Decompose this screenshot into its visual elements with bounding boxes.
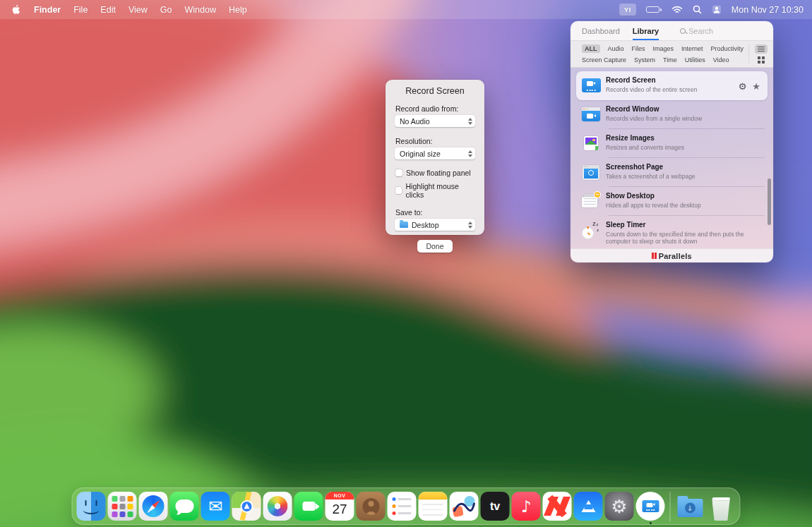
highlight-clicks-row: Highlight mouse clicks xyxy=(395,182,475,199)
desktop: Finder File Edit View Go Window Help YI xyxy=(0,0,812,527)
dock-notes-icon[interactable] xyxy=(419,492,448,521)
dock-freeform-icon[interactable] xyxy=(450,492,479,521)
dock-launchpad-icon[interactable] xyxy=(108,492,137,521)
category-productivity[interactable]: Productivity xyxy=(711,45,744,52)
tool-text: Sleep Timer Counts down to the specified… xyxy=(606,220,763,246)
person-silhouette xyxy=(362,498,379,515)
dock-photos-icon[interactable] xyxy=(263,492,292,521)
save-to-value: Desktop xyxy=(412,221,468,229)
category-time[interactable]: Time xyxy=(663,56,677,63)
dock-facetime-icon[interactable] xyxy=(294,492,323,521)
category-system[interactable]: System xyxy=(634,56,655,63)
dock-reminders-icon[interactable] xyxy=(388,492,417,521)
dock-calendar-icon[interactable]: NOV 27 xyxy=(326,492,354,521)
dock-divider xyxy=(670,492,671,521)
dock-mail-icon[interactable]: ✉ xyxy=(201,492,230,521)
audio-select-value: No Audio xyxy=(400,117,468,126)
finder-eye xyxy=(96,500,97,506)
grid-view-icon[interactable] xyxy=(758,56,765,63)
tab-dashboard[interactable]: Dashboard xyxy=(582,21,620,40)
gear-glyph: ⚙ xyxy=(611,496,627,517)
wifi-icon[interactable] xyxy=(671,6,683,14)
resolution-select-value: Original size xyxy=(400,150,468,158)
checkbox-show-floating-panel[interactable] xyxy=(395,169,402,176)
tool-desc: Resizes and converts images xyxy=(606,144,751,152)
category-utilities[interactable]: Utilities xyxy=(685,56,705,63)
record-screen-tool-icon xyxy=(579,75,603,95)
category-bar: ALL Audio Files Images Internet Producti… xyxy=(571,40,773,68)
menu-file[interactable]: File xyxy=(67,0,94,19)
dock-maps-icon[interactable] xyxy=(232,492,261,521)
menu-clock[interactable]: Mon Nov 27 10:30 xyxy=(732,5,804,15)
tool-title: Resize Images xyxy=(606,134,763,142)
tool-settings-gear-icon[interactable]: ⚙ xyxy=(739,82,747,91)
scrollbar-thumb[interactable] xyxy=(768,178,771,225)
dock-messages-icon[interactable] xyxy=(170,492,199,521)
dock-news-icon[interactable] xyxy=(543,492,572,521)
category-audio[interactable]: Audio xyxy=(608,45,624,52)
dock-appstore-icon[interactable] xyxy=(574,492,603,521)
tv-label: tv xyxy=(490,500,500,513)
save-to-select[interactable]: Desktop xyxy=(395,219,475,231)
dock-record-screen-tool-icon[interactable] xyxy=(636,492,665,521)
checkbox-highlight-mouse-clicks[interactable] xyxy=(395,187,402,194)
category-all[interactable]: ALL xyxy=(582,44,600,53)
tool-row-screenshot-page[interactable]: Screenshot Page Takes a screenshot of a … xyxy=(576,158,768,187)
record-screen-glyph xyxy=(642,500,659,512)
tool-desc: Records video of the entire screen xyxy=(606,86,739,94)
safari-compass xyxy=(143,495,165,517)
tool-favorite-star-icon[interactable]: ★ xyxy=(752,82,760,91)
menu-edit[interactable]: Edit xyxy=(94,0,122,19)
dock-downloads-folder-icon[interactable]: ↓ xyxy=(676,492,705,521)
dock-contacts-icon[interactable] xyxy=(357,492,386,521)
tool-row-resize-images[interactable]: Resize Images Resizes and converts image… xyxy=(576,129,768,158)
chevron-updown-icon xyxy=(468,150,472,157)
tool-text: Screenshot Page Takes a screenshot of a … xyxy=(606,162,763,180)
battery-icon[interactable] xyxy=(646,6,662,13)
tool-row-sleep-timer[interactable]: Zzz Sleep Timer Counts down to the speci… xyxy=(576,216,768,248)
tool-row-show-desktop[interactable]: Show Desktop Hides all apps to reveal th… xyxy=(576,187,768,216)
resolution-select[interactable]: Original size xyxy=(395,147,475,159)
screenshot-page-tool-icon xyxy=(579,162,603,182)
parallels-toolbox-menu-icon[interactable]: YI xyxy=(619,4,636,16)
search-input[interactable] xyxy=(688,27,773,35)
menu-app-name[interactable]: Finder xyxy=(28,0,67,19)
audio-select[interactable]: No Audio xyxy=(395,115,475,127)
category-internet[interactable]: Internet xyxy=(681,45,703,52)
tab-library[interactable]: Library xyxy=(633,21,659,40)
tool-desc: Hides all apps to reveal the desktop xyxy=(606,202,751,210)
menu-window[interactable]: Window xyxy=(178,0,222,19)
apple-menu[interactable] xyxy=(8,4,28,15)
dock-finder-icon[interactable] xyxy=(77,492,106,521)
tool-text: Record Window Records video from a singl… xyxy=(606,104,763,122)
category-screen-capture[interactable]: Screen Capture xyxy=(582,56,626,63)
tool-title: Record Window xyxy=(606,105,763,113)
category-images[interactable]: Images xyxy=(653,45,674,52)
dock-music-icon[interactable]: ♪ xyxy=(512,492,541,521)
search-field[interactable] xyxy=(680,27,773,35)
tool-row-record-window[interactable]: Record Window Records video from a singl… xyxy=(576,100,768,129)
tool-title: Show Desktop xyxy=(606,192,763,200)
resolution-label: Resolution: xyxy=(395,137,474,145)
dock-system-settings-icon[interactable]: ⚙ xyxy=(605,492,634,521)
highlight-clicks-label: Highlight mouse clicks xyxy=(405,182,475,199)
save-to-label: Save to: xyxy=(395,208,474,217)
category-files[interactable]: Files xyxy=(632,45,645,52)
tool-text: Resize Images Resizes and converts image… xyxy=(606,133,763,151)
menu-help[interactable]: Help xyxy=(222,0,253,19)
folder-shape: ↓ xyxy=(677,499,703,517)
category-video[interactable]: Video xyxy=(713,56,729,63)
list-view-icon[interactable] xyxy=(755,44,768,54)
dock-appletv-icon[interactable]: tv xyxy=(481,492,510,521)
spotlight-search-icon[interactable] xyxy=(693,5,702,14)
menu-go[interactable]: Go xyxy=(154,0,179,19)
dock-safari-icon[interactable] xyxy=(139,492,168,521)
tool-row-record-screen[interactable]: Record Screen Records video of the entir… xyxy=(576,71,768,100)
finder-eye xyxy=(85,500,87,506)
dock-trash-icon[interactable] xyxy=(707,492,736,521)
menu-view[interactable]: View xyxy=(122,0,154,19)
user-switch-icon[interactable] xyxy=(712,5,722,14)
chevron-updown-icon xyxy=(468,118,472,125)
done-button[interactable]: Done xyxy=(417,240,452,253)
music-note-glyph: ♪ xyxy=(521,497,532,516)
